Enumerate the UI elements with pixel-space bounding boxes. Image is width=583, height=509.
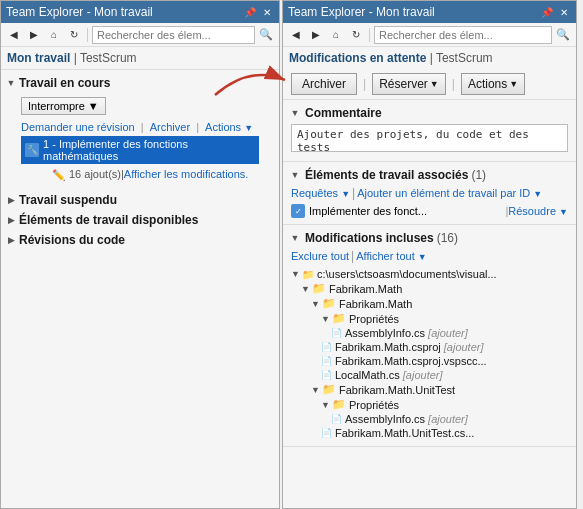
folder-icon: 📁	[302, 269, 314, 280]
action-links-row: Demander une révision | Archiver | Actio…	[21, 121, 259, 133]
right-pin-icon[interactable]: 📌	[540, 5, 554, 19]
file-row[interactable]: 📄 AssemblyInfo.cs [ajouter]	[283, 326, 576, 340]
comment-arrow: ▼	[289, 107, 301, 119]
refresh-button[interactable]: ↻	[65, 26, 83, 44]
expand-icon: ▼	[321, 314, 330, 324]
back-button[interactable]: ◀	[5, 26, 23, 44]
wip-expand-arrow: ▼	[5, 77, 17, 89]
right-panel: Team Explorer - Mon travail 📌 ✕ ◀ ▶ ⌂ ↻ …	[282, 0, 577, 509]
reserve-button[interactable]: Réserver ▼	[372, 73, 446, 95]
actions-link[interactable]: Actions ▼	[205, 121, 253, 133]
review-link[interactable]: Demander une révision	[21, 121, 135, 133]
left-search-input[interactable]	[92, 26, 255, 44]
expand-icon: ▼	[311, 385, 320, 395]
file-row[interactable]: 📄 LocalMath.cs [ajouter]	[283, 368, 576, 382]
home-button[interactable]: ⌂	[45, 26, 63, 44]
file-row[interactable]: 📄 Fabrikam.Math.csproj [ajouter]	[283, 340, 576, 354]
wip-label: Travail en cours	[19, 76, 110, 90]
right-refresh-button[interactable]: ↻	[347, 26, 365, 44]
work-in-progress-header[interactable]: ▼ Travail en cours	[1, 74, 279, 92]
modifications-arrow: ▼	[289, 232, 301, 244]
wip-content: Interrompre ▼ Demander une révision | Ar…	[1, 92, 279, 186]
file-row[interactable]: ▼ 📁 c:\users\ctsoasm\documents\visual...	[283, 267, 576, 281]
right-section-title: Modifications en attente | TestScrum	[283, 47, 576, 69]
file-row[interactable]: 📄 AssemblyInfo.cs [ajouter]	[283, 412, 576, 426]
work-items-section: ▼ Éléments de travail associés (1) Requê…	[283, 162, 576, 225]
added-info-row: ✏️ 16 ajout(s) | Afficher les modificati…	[21, 166, 259, 182]
forward-button[interactable]: ▶	[25, 26, 43, 44]
right-toolbar-divider	[369, 28, 370, 42]
resolve-link[interactable]: Résoudre ▼	[508, 205, 568, 217]
suspended-section[interactable]: ▶ Travail suspendu	[1, 190, 279, 210]
interrupt-button[interactable]: Interrompre ▼	[21, 97, 106, 115]
left-search-button[interactable]: 🔍	[257, 26, 275, 44]
left-panel-title: Team Explorer - Mon travail	[6, 5, 153, 19]
toolbar-divider	[87, 28, 88, 42]
left-toolbar: ◀ ▶ ⌂ ↻ 🔍	[1, 23, 279, 47]
work-item-entry[interactable]: ✓ Implémenter des fonct... | Résoudre ▼	[283, 202, 576, 220]
requests-link[interactable]: Requêtes ▼	[291, 187, 350, 199]
available-arrow: ▶	[5, 214, 17, 226]
archive-link[interactable]: Archiver	[150, 121, 190, 133]
right-content: ▼ Commentaire Ajouter des projets, du co…	[283, 100, 576, 508]
folder-icon: 📁	[322, 297, 336, 310]
available-section[interactable]: ▶ Éléments de travail disponibles	[1, 210, 279, 230]
comment-content: Ajouter des projets, du code et des test…	[283, 122, 576, 157]
add-work-item-link[interactable]: Ajouter un élément de travail par ID ▼	[357, 187, 542, 199]
file-row[interactable]: ▼ 📁 Propriétés	[283, 397, 576, 412]
code-reviews-section[interactable]: ▶ Révisions du code	[1, 230, 279, 250]
right-back-button[interactable]: ◀	[287, 26, 305, 44]
right-search-input[interactable]	[374, 26, 552, 44]
suspended-label: Travail suspendu	[19, 193, 117, 207]
code-reviews-arrow: ▶	[5, 234, 17, 246]
left-section-title: Mon travail | TestScrum	[1, 47, 279, 70]
work-items-count: (1)	[471, 168, 486, 182]
work-items-header: ▼ Éléments de travail associés (1)	[283, 166, 576, 184]
pin-icon[interactable]: 📌	[243, 5, 257, 19]
code-reviews-label: Révisions du code	[19, 233, 125, 247]
pencil-icon: ✏️	[51, 167, 65, 181]
file-row[interactable]: ▼ 📁 Fabrikam.Math	[283, 296, 576, 311]
expand-icon: ▼	[291, 269, 300, 279]
right-title-icons: 📌 ✕	[540, 5, 571, 19]
expand-icon: ▼	[321, 400, 330, 410]
file-row[interactable]: ▼ 📁 Fabrikam.Math	[283, 281, 576, 296]
show-modifications-link[interactable]: Afficher les modifications.	[124, 168, 249, 180]
left-title-icons: 📌 ✕	[243, 5, 274, 19]
modifications-section: ▼ Modifications incluses (16) Exclure to…	[283, 225, 576, 447]
expand-icon: ▼	[301, 284, 310, 294]
file-row[interactable]: 📄 Fabrikam.Math.UnitTest.cs...	[283, 426, 576, 440]
folder-icon: 📁	[322, 383, 336, 396]
file-icon: 📄	[321, 428, 332, 438]
work-in-progress-section: ▼ Travail en cours Interrompre ▼ Demande…	[1, 70, 279, 190]
expand-icon: ▼	[311, 299, 320, 309]
file-icon: 📄	[331, 414, 342, 424]
file-row[interactable]: 📄 Fabrikam.Math.csproj.vspscc...	[283, 354, 576, 368]
right-search-button[interactable]: 🔍	[554, 26, 572, 44]
file-icon: 📄	[321, 370, 332, 380]
comment-textarea[interactable]: Ajouter des projets, du code et des test…	[291, 124, 568, 152]
exclude-all-link[interactable]: Exclure tout	[291, 250, 349, 262]
file-row[interactable]: ▼ 📁 Fabrikam.Math.UnitTest	[283, 382, 576, 397]
file-tree: ▼ 📁 c:\users\ctsoasm\documents\visual...…	[283, 265, 576, 442]
comment-section: ▼ Commentaire Ajouter des projets, du co…	[283, 100, 576, 162]
archive-button[interactable]: Archiver	[291, 73, 357, 95]
modifications-header: ▼ Modifications incluses (16)	[283, 229, 576, 247]
left-title-bar: Team Explorer - Mon travail 📌 ✕	[1, 1, 279, 23]
file-icon: 📄	[321, 342, 332, 352]
action-buttons-row: Archiver | Réserver ▼ | Actions ▼	[283, 69, 576, 100]
right-home-button[interactable]: ⌂	[327, 26, 345, 44]
file-row[interactable]: ▼ 📁 Propriétés	[283, 311, 576, 326]
actions-button[interactable]: Actions ▼	[461, 73, 525, 95]
folder-icon: 📁	[312, 282, 326, 295]
right-close-icon[interactable]: ✕	[557, 5, 571, 19]
work-item-icon: 🔧	[25, 143, 39, 157]
work-item-row[interactable]: 🔧 1 - Implémenter des fonctions mathémat…	[21, 136, 259, 164]
folder-icon: 📁	[332, 312, 346, 325]
close-icon[interactable]: ✕	[260, 5, 274, 19]
show-all-link[interactable]: Afficher tout ▼	[356, 250, 426, 262]
left-panel: Team Explorer - Mon travail 📌 ✕ ◀ ▶ ⌂ ↻ …	[0, 0, 280, 509]
work-items-arrow: ▼	[289, 169, 301, 181]
right-forward-button[interactable]: ▶	[307, 26, 325, 44]
folder-icon: 📁	[332, 398, 346, 411]
